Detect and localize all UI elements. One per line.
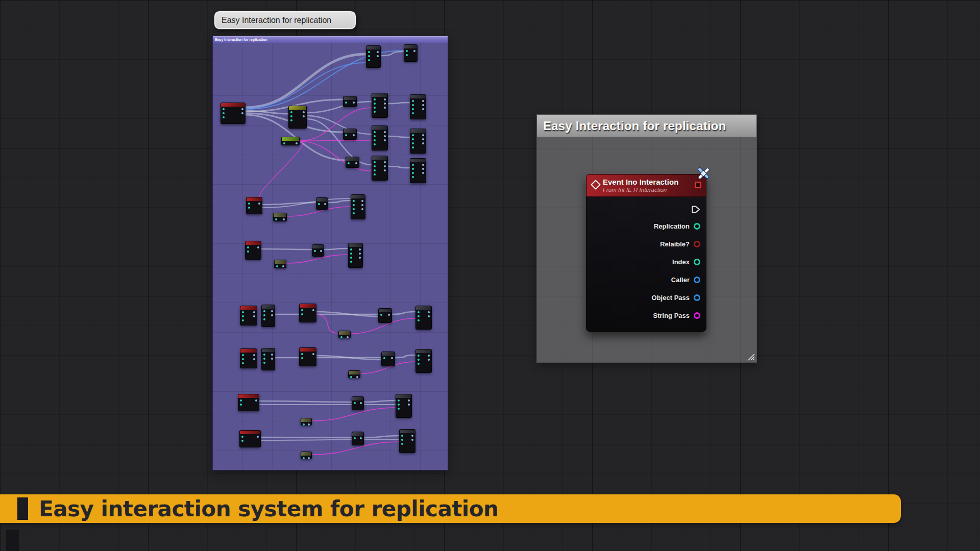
blueprint-node[interactable]: [274, 260, 286, 268]
blueprint-node[interactable]: [220, 103, 246, 124]
comment-tooltip: Easy Interaction for replication: [214, 11, 356, 30]
blueprint-node[interactable]: [415, 306, 432, 330]
event-node-header[interactable]: Event Ino Interaction From Int IE R Inte…: [586, 174, 706, 197]
blueprint-node[interactable]: [299, 304, 316, 322]
pin-replication[interactable]: [694, 223, 700, 230]
blueprint-node[interactable]: [399, 429, 415, 453]
blueprint-node[interactable]: [312, 244, 324, 257]
blueprint-node[interactable]: [343, 129, 357, 140]
blueprint-node[interactable]: [281, 137, 300, 145]
event-node-title: Event Ino Interaction: [603, 178, 701, 186]
event-diamond-icon: [591, 180, 601, 190]
blueprint-node[interactable]: [352, 432, 364, 445]
caption-accent-bar: [17, 497, 28, 520]
blueprint-node[interactable]: [261, 348, 275, 370]
pin-relaible[interactable]: [694, 241, 700, 247]
comment-resize-handle[interactable]: [746, 352, 755, 361]
blueprint-node[interactable]: [410, 158, 426, 183]
blueprint-node[interactable]: [410, 94, 426, 119]
pin-label-caller: Caller: [671, 276, 690, 284]
caption-text: Easy interaction system for replication: [39, 496, 499, 521]
pin-row-object-pass: Object Pass: [586, 289, 706, 307]
blueprint-node[interactable]: [351, 194, 365, 219]
pin-row-index: Index: [586, 253, 706, 271]
exec-pin-row: [586, 201, 706, 217]
blueprint-node[interactable]: [343, 96, 357, 107]
blueprint-node[interactable]: [299, 347, 316, 366]
pin-label-string-pass: String Pass: [653, 312, 690, 319]
pin-row-caller: Caller: [586, 271, 706, 289]
blueprint-node[interactable]: [288, 106, 307, 129]
blueprint-node[interactable]: [366, 45, 381, 68]
pin-label-relaible: Relaible?: [660, 240, 690, 248]
pin-string-pass[interactable]: [694, 312, 700, 319]
blueprint-node[interactable]: [396, 394, 412, 418]
blueprint-node[interactable]: [410, 129, 426, 154]
blueprint-node[interactable]: [348, 243, 363, 268]
blueprint-editor-canvas[interactable]: { "tooltip": { "label": "Easy Interactio…: [0, 0, 980, 551]
event-node-pins: ReplicationRelaible?IndexCallerObject Pa…: [586, 197, 706, 324]
blueprint-node[interactable]: [273, 213, 287, 221]
blueprint-node[interactable]: [372, 156, 388, 181]
event-node[interactable]: Event Ino Interaction From Int IE R Inte…: [586, 174, 706, 332]
pin-label-replication: Replication: [654, 222, 690, 230]
blueprint-node[interactable]: [316, 197, 328, 210]
blueprint-node[interactable]: [352, 396, 364, 410]
pin-row-relaible: Relaible?: [586, 235, 706, 253]
pin-row-replication: Replication: [586, 217, 706, 235]
blueprint-node[interactable]: [239, 430, 261, 447]
pin-caller[interactable]: [694, 277, 700, 283]
pin-label-index: Index: [672, 258, 690, 266]
blueprint-node[interactable]: [372, 126, 388, 151]
blueprint-node[interactable]: [415, 349, 432, 373]
replicated-flag-icon: [695, 182, 701, 188]
blueprint-node[interactable]: [261, 305, 275, 327]
blueprint-node[interactable]: [381, 352, 395, 366]
blueprint-node[interactable]: [378, 308, 392, 323]
blueprint-node[interactable]: [346, 157, 359, 168]
corner-accent: [6, 530, 19, 551]
blueprint-node[interactable]: [238, 394, 259, 411]
caption-banner: Easy interaction system for replication: [0, 494, 901, 523]
pin-object-pass[interactable]: [694, 294, 700, 301]
comment-event-title: Easy Interaction for replication: [543, 119, 726, 133]
exec-out-pin[interactable]: [692, 206, 700, 213]
blueprint-node[interactable]: [245, 241, 261, 260]
comment-tooltip-text: Easy Interaction for replication: [222, 16, 331, 25]
comment-graph-title-bar[interactable]: Easy Interaction for replication: [213, 36, 448, 43]
node-layer: [213, 36, 449, 471]
blueprint-node[interactable]: [301, 452, 312, 459]
blueprint-node[interactable]: [246, 197, 262, 214]
comment-event-title-bar[interactable]: Easy Interaction for replication: [537, 115, 756, 137]
event-node-subtitle: From Int IE R Interaction: [603, 187, 701, 193]
blueprint-node[interactable]: [240, 306, 257, 325]
pin-row-string-pass: String Pass: [586, 307, 706, 324]
blueprint-node[interactable]: [348, 370, 360, 378]
blueprint-node[interactable]: [372, 93, 388, 118]
blueprint-node[interactable]: [404, 44, 418, 62]
tools-badge-icon: [695, 165, 712, 182]
comment-box-event[interactable]: Easy Interaction for replication Event I…: [536, 114, 757, 363]
comment-box-graph[interactable]: Easy Interaction for replication: [212, 36, 448, 470]
pin-label-object-pass: Object Pass: [652, 294, 690, 302]
blueprint-node[interactable]: [338, 331, 351, 338]
blueprint-node[interactable]: [301, 418, 312, 425]
pin-index[interactable]: [694, 259, 700, 265]
blueprint-node[interactable]: [240, 348, 257, 368]
